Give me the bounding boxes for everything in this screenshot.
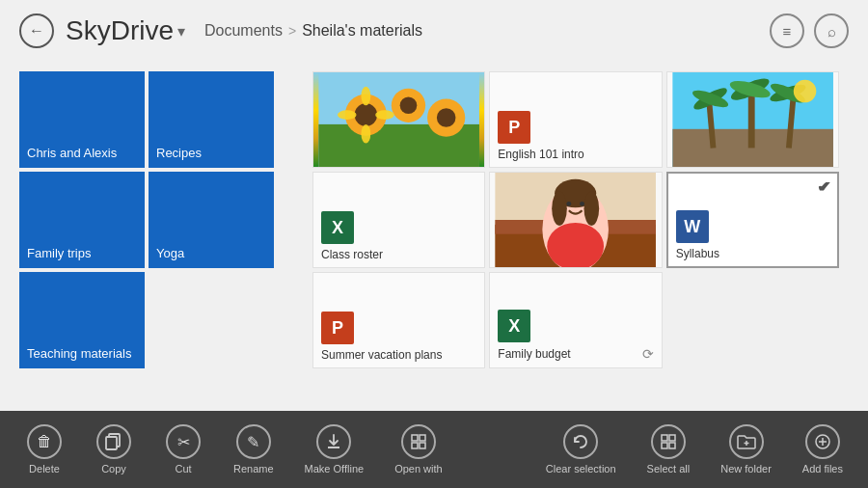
app-title: SkyDrive ▾ xyxy=(66,15,185,46)
svg-point-31 xyxy=(584,192,600,226)
folder-tile-teaching-materials[interactable]: Teaching materials xyxy=(19,272,145,368)
svg-point-11 xyxy=(375,110,394,120)
ppt-icon: P xyxy=(498,111,530,144)
svg-point-34 xyxy=(580,202,584,206)
header: ← SkyDrive ▾ Documents > Sheila's materi… xyxy=(0,0,868,62)
file-label: Summer vacation plans xyxy=(321,348,442,362)
file-bottom: Family budget ⟳ xyxy=(498,346,653,362)
folder-tile-yoga[interactable]: Yoga xyxy=(149,172,274,268)
svg-rect-45 xyxy=(669,443,675,448)
ppt-icon: P xyxy=(321,312,354,344)
copy-button[interactable]: Copy xyxy=(79,419,149,480)
rename-label: Rename xyxy=(233,463,274,474)
app-title-caret[interactable]: ▾ xyxy=(177,22,185,41)
svg-rect-41 xyxy=(420,443,425,448)
clear-selection-button[interactable]: Clear selection xyxy=(530,419,632,480)
clear-selection-label: Clear selection xyxy=(546,463,616,474)
file-label: English 101 intro xyxy=(498,148,583,161)
clear-selection-icon xyxy=(563,424,598,459)
file-tile-family-budget[interactable]: X Family budget ⟳ xyxy=(489,272,662,368)
svg-rect-36 xyxy=(106,437,117,449)
selected-checkmark: ✔ xyxy=(817,177,829,196)
svg-point-8 xyxy=(361,87,370,106)
svg-rect-39 xyxy=(420,435,425,441)
svg-point-10 xyxy=(338,110,357,120)
new-folder-label: New folder xyxy=(720,463,772,474)
taskbar: 🗑 Delete Copy ✂ Cut ✎ Rename Make Offlin… xyxy=(0,411,868,488)
file-tile-sunflower[interactable] xyxy=(312,71,485,168)
app-name-text: SkyDrive xyxy=(66,15,174,46)
search-button[interactable]: ⌕ xyxy=(814,14,849,48)
make-offline-label: Make Offline xyxy=(305,463,365,474)
file-tile-girl[interactable] xyxy=(489,172,662,268)
back-button[interactable]: ← xyxy=(19,14,54,48)
select-all-button[interactable]: Select all xyxy=(632,419,706,480)
cut-button[interactable]: ✂ Cut xyxy=(149,419,218,480)
select-all-label: Select all xyxy=(647,463,691,474)
add-files-button[interactable]: Add files xyxy=(787,419,858,480)
breadcrumb-parent[interactable]: Documents xyxy=(204,22,283,40)
make-offline-button[interactable]: Make Offline xyxy=(289,419,380,480)
file-tile-summer-vacation[interactable]: P Summer vacation plans xyxy=(312,272,485,368)
folders-grid: Chris and Alexis Recipes Family trips Yo… xyxy=(19,71,274,401)
folder-label: Chris and Alexis xyxy=(27,146,137,160)
delete-label: Delete xyxy=(29,463,60,474)
files-grid: P English 101 intro xyxy=(312,71,839,401)
search-icon: ⌕ xyxy=(827,23,836,40)
copy-icon xyxy=(96,424,131,459)
excel-icon: X xyxy=(498,310,530,342)
open-with-icon xyxy=(401,424,436,459)
cut-label: Cut xyxy=(175,463,191,474)
word-icon: W xyxy=(676,210,709,243)
folder-label: Yoga xyxy=(156,246,266,260)
file-tile-class-roster[interactable]: X Class roster xyxy=(312,172,485,268)
svg-point-5 xyxy=(400,96,418,114)
folder-tile-family-trips[interactable]: Family trips xyxy=(19,172,145,268)
girl-image xyxy=(490,173,661,267)
main-content: Chris and Alexis Recipes Family trips Yo… xyxy=(0,62,868,411)
palms-image xyxy=(667,72,838,167)
svg-point-9 xyxy=(361,124,370,144)
file-tile-palms[interactable] xyxy=(666,71,839,168)
svg-point-23 xyxy=(793,80,816,103)
folder-tile-recipes[interactable]: Recipes xyxy=(149,71,274,168)
svg-rect-42 xyxy=(662,435,667,441)
cut-icon: ✂ xyxy=(166,424,201,459)
svg-point-3 xyxy=(355,103,378,126)
open-with-button[interactable]: Open with xyxy=(379,419,458,480)
folder-label: Family trips xyxy=(27,246,137,260)
select-all-icon xyxy=(651,424,686,459)
rename-button[interactable]: ✎ Rename xyxy=(218,419,289,480)
delete-button[interactable]: 🗑 Delete xyxy=(10,419,79,480)
header-actions: ≡ ⌕ xyxy=(770,14,849,48)
svg-point-7 xyxy=(437,108,456,127)
svg-point-30 xyxy=(552,192,567,226)
new-folder-icon xyxy=(729,424,764,459)
svg-point-33 xyxy=(567,202,572,206)
add-files-label: Add files xyxy=(802,463,843,474)
back-icon: ← xyxy=(29,22,44,40)
svg-rect-40 xyxy=(412,443,418,448)
breadcrumb-separator: > xyxy=(288,23,296,39)
folder-label: Recipes xyxy=(156,146,266,160)
folder-label: Teaching materials xyxy=(27,346,137,361)
list-icon: ≡ xyxy=(783,23,792,40)
svg-rect-15 xyxy=(747,92,754,149)
breadcrumb-current: Sheila's materials xyxy=(302,22,422,40)
list-view-button[interactable]: ≡ xyxy=(770,14,804,48)
new-folder-button[interactable]: New folder xyxy=(705,419,787,480)
file-tile-syllabus[interactable]: W Syllabus ✔ xyxy=(666,172,839,268)
copy-label: Copy xyxy=(101,463,126,474)
svg-rect-38 xyxy=(412,435,418,441)
breadcrumb: Documents > Sheila's materials xyxy=(204,22,422,40)
file-label: Family budget xyxy=(498,347,570,361)
make-offline-icon xyxy=(316,424,351,459)
folder-tile-chris-alexis[interactable]: Chris and Alexis xyxy=(19,71,145,168)
file-tile-empty xyxy=(666,272,839,368)
file-tile-english-101[interactable]: P English 101 intro xyxy=(489,71,662,168)
svg-rect-37 xyxy=(328,447,339,448)
sunflower-image xyxy=(313,72,484,167)
delete-icon: 🗑 xyxy=(27,424,62,459)
excel-icon: X xyxy=(321,211,354,244)
file-label: Syllabus xyxy=(676,247,719,260)
